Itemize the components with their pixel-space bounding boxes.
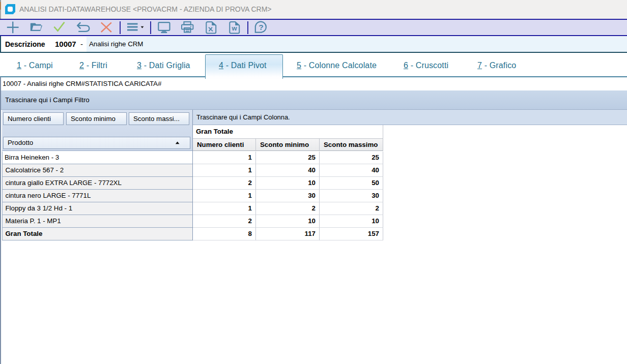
svg-text:?: ? [259,23,263,32]
svg-text:w: w [231,24,237,32]
